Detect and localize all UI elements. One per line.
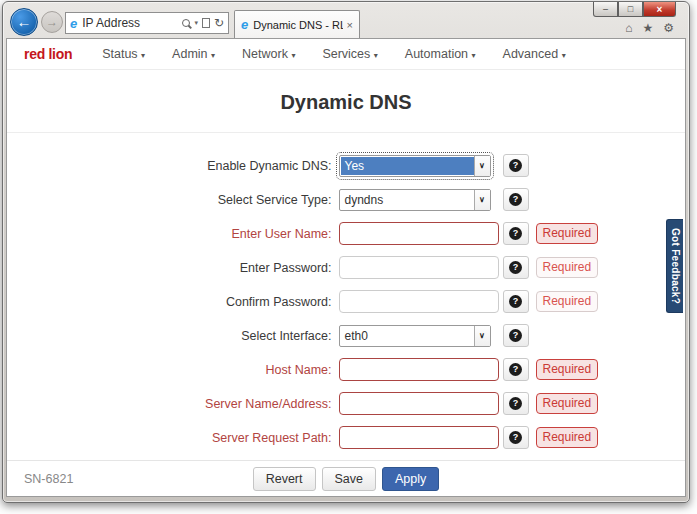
main-navbar: red lion Status ▾Admin ▾Network ▾Service… bbox=[7, 39, 685, 70]
badge-slot: Required bbox=[536, 291, 593, 312]
question-mark-icon: ? bbox=[509, 295, 522, 308]
enable-dynamic-dns-help-button[interactable]: ? bbox=[503, 154, 529, 177]
server-request-path-required-badge: Required bbox=[536, 427, 599, 448]
nav-item-label: Network bbox=[242, 47, 288, 61]
server-request-path-input[interactable] bbox=[339, 426, 499, 449]
minimize-button[interactable]: – bbox=[593, 2, 618, 17]
redlion-logo[interactable]: red lion bbox=[24, 46, 72, 62]
save-button[interactable]: Save bbox=[322, 467, 377, 491]
confirm-password-help-button[interactable]: ? bbox=[503, 290, 529, 313]
host-name-input[interactable] bbox=[339, 358, 499, 381]
form-row-host-name: Host Name:?Required bbox=[31, 358, 685, 381]
question-mark-icon: ? bbox=[509, 431, 522, 444]
form-row-service-type: Select Service Type:dyndns∨? bbox=[31, 188, 685, 211]
badge-slot: Required bbox=[536, 359, 593, 380]
question-mark-icon: ? bbox=[509, 397, 522, 410]
service-type-control-slot: dyndns∨ bbox=[339, 189, 499, 211]
enable-dynamic-dns-control-slot: Yes∨ bbox=[339, 155, 499, 177]
question-mark-icon: ? bbox=[509, 159, 522, 172]
back-arrow-icon: ← bbox=[17, 13, 32, 30]
chevron-down-icon[interactable]: ▾ bbox=[194, 19, 198, 27]
password-input[interactable] bbox=[339, 256, 499, 279]
form-row-user-name: Enter User Name:?Required bbox=[31, 222, 685, 245]
close-button[interactable]: × bbox=[643, 2, 676, 17]
maximize-button[interactable]: □ bbox=[618, 2, 643, 17]
question-mark-icon: ? bbox=[509, 329, 522, 342]
ddns-form: Enable Dynamic DNS:Yes∨?Select Service T… bbox=[7, 154, 685, 449]
interface-select[interactable]: eth0∨ bbox=[339, 325, 491, 347]
tab-close-icon[interactable]: × bbox=[347, 19, 353, 31]
got-feedback-tab[interactable]: Got Feedback? bbox=[666, 219, 683, 313]
serial-number: SN-6821 bbox=[24, 472, 73, 486]
search-icon[interactable] bbox=[182, 19, 190, 27]
user-name-required-badge: Required bbox=[536, 223, 599, 244]
forward-button[interactable]: → bbox=[41, 11, 63, 33]
nav-item-services[interactable]: Services ▾ bbox=[322, 47, 377, 61]
forward-arrow-icon: → bbox=[46, 15, 58, 29]
host-name-label: Host Name: bbox=[124, 363, 332, 377]
nav-item-label: Status bbox=[102, 47, 137, 61]
password-help-button[interactable]: ? bbox=[503, 256, 529, 279]
badge-slot: Required bbox=[536, 223, 593, 244]
nav-item-admin[interactable]: Admin ▾ bbox=[172, 47, 215, 61]
address-text[interactable]: IP Address bbox=[82, 16, 182, 30]
home-icon[interactable]: ⌂ bbox=[625, 21, 632, 35]
browser-tab[interactable]: e Dynamic DNS - RLC Admin... × bbox=[234, 10, 360, 38]
ie-logo-icon: e bbox=[70, 16, 77, 31]
nav-item-advanced[interactable]: Advanced ▾ bbox=[503, 47, 566, 61]
password-required-badge: Required bbox=[536, 257, 599, 278]
back-button[interactable]: ← bbox=[10, 8, 38, 36]
address-bar[interactable]: e IP Address ▾ ↻ bbox=[65, 12, 229, 34]
service-type-selected-value: dyndns bbox=[340, 190, 474, 210]
chevron-down-icon: ▾ bbox=[141, 51, 145, 60]
nav-item-network[interactable]: Network ▾ bbox=[242, 47, 295, 61]
nav-menu: Status ▾Admin ▾Network ▾Services ▾Automa… bbox=[102, 47, 593, 61]
confirm-password-control-slot bbox=[339, 290, 499, 313]
interface-label: Select Interface: bbox=[124, 329, 332, 343]
tools-gear-icon[interactable]: ⚙ bbox=[663, 21, 674, 35]
confirm-password-input[interactable] bbox=[339, 290, 499, 313]
page-title: Dynamic DNS bbox=[7, 91, 685, 114]
form-row-server-request-path: Server Request Path:?Required bbox=[31, 426, 685, 449]
compatibility-view-icon[interactable] bbox=[202, 18, 210, 28]
nav-item-status[interactable]: Status ▾ bbox=[102, 47, 145, 61]
browser-quick-icons: ⌂ ★ ⚙ bbox=[625, 21, 674, 35]
interface-selected-value: eth0 bbox=[340, 326, 474, 346]
question-mark-icon: ? bbox=[509, 193, 522, 206]
server-name-address-input[interactable] bbox=[339, 392, 499, 415]
question-mark-icon: ? bbox=[509, 261, 522, 274]
feedback-tab-label: Got Feedback? bbox=[670, 228, 681, 304]
question-mark-icon: ? bbox=[509, 363, 522, 376]
server-request-path-control-slot bbox=[339, 426, 499, 449]
user-name-help-button[interactable]: ? bbox=[503, 222, 529, 245]
window-controls: – □ × bbox=[593, 2, 676, 17]
enable-dynamic-dns-select[interactable]: Yes∨ bbox=[339, 155, 491, 177]
form-row-password: Enter Password:?Required bbox=[31, 256, 685, 279]
confirm-password-label: Confirm Password: bbox=[124, 295, 332, 309]
server-request-path-label: Server Request Path: bbox=[124, 431, 332, 445]
user-name-control-slot bbox=[339, 222, 499, 245]
enable-dynamic-dns-label: Enable Dynamic DNS: bbox=[124, 159, 332, 173]
form-row-server-name-address: Server Name/Address:?Required bbox=[31, 392, 685, 415]
apply-button[interactable]: Apply bbox=[382, 467, 439, 491]
select-caret-icon: ∨ bbox=[474, 190, 490, 210]
service-type-select[interactable]: dyndns∨ bbox=[339, 189, 491, 211]
interface-help-button[interactable]: ? bbox=[503, 324, 529, 347]
title-divider bbox=[7, 132, 685, 133]
password-label: Enter Password: bbox=[124, 261, 332, 275]
nav-item-automation[interactable]: Automation ▾ bbox=[405, 47, 476, 61]
form-row-confirm-password: Confirm Password:?Required bbox=[31, 290, 685, 313]
host-name-help-button[interactable]: ? bbox=[503, 358, 529, 381]
service-type-help-button[interactable]: ? bbox=[503, 188, 529, 211]
refresh-icon[interactable]: ↻ bbox=[214, 17, 224, 29]
revert-button[interactable]: Revert bbox=[253, 467, 316, 491]
favorites-star-icon[interactable]: ★ bbox=[642, 21, 653, 35]
select-caret-icon: ∨ bbox=[474, 326, 490, 346]
badge-slot: Required bbox=[536, 257, 593, 278]
nav-item-label: Services bbox=[322, 47, 370, 61]
server-name-address-help-button[interactable]: ? bbox=[503, 392, 529, 415]
user-name-input[interactable] bbox=[339, 222, 499, 245]
server-request-path-help-button[interactable]: ? bbox=[503, 426, 529, 449]
browser-titlebar: ← → e IP Address ▾ ↻ e Dynamic DNS - RLC… bbox=[3, 2, 689, 38]
question-mark-icon: ? bbox=[509, 227, 522, 240]
